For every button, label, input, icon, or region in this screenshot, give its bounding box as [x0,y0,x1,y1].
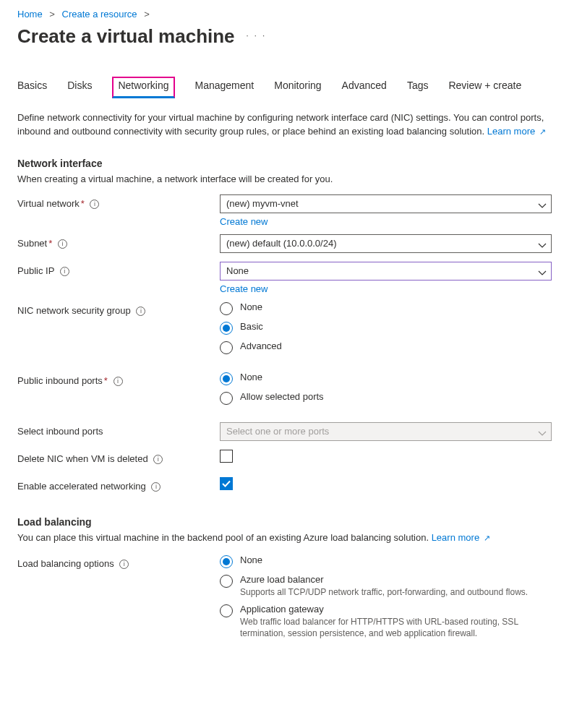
select-virtual-network[interactable]: (new) myvm-vnet [220,194,552,213]
tab-basics[interactable]: Basics [17,77,47,97]
info-icon[interactable]: i [136,307,145,316]
section-network-interface: Network interface [17,158,552,169]
select-inbound-ports: Select one or more ports [220,422,552,441]
learn-more-lb-link[interactable]: Learn more ↗ [432,532,490,543]
select-subnet[interactable]: (new) default (10.0.0.0/24) [220,234,552,253]
tabs: Basics Disks Networking Management Monit… [17,77,552,97]
tab-management[interactable]: Management [195,77,254,97]
tab-networking[interactable]: Networking [112,77,174,98]
info-icon[interactable]: i [60,267,69,276]
radio-lb-none[interactable]: None [220,554,552,568]
info-icon[interactable]: i [151,482,161,492]
intro-text: Define network connectivity for your vir… [17,111,552,139]
label-nsg: NIC network security group i [17,301,220,316]
section-load-balancing: Load balancing [17,516,552,528]
tab-disks[interactable]: Disks [67,77,92,97]
radio-nsg-advanced[interactable]: Advanced [220,341,552,354]
load-balancing-desc: You can place this virtual machine in th… [17,532,552,543]
chevron-down-icon [538,427,547,444]
tab-review[interactable]: Review + create [448,77,521,97]
chevron-down-icon [538,266,547,283]
external-link-icon: ↗ [539,127,546,136]
tab-advanced[interactable]: Advanced [342,77,387,97]
breadcrumb-sep: > [49,9,55,20]
breadcrumb: Home > Create a resource > [17,0,552,20]
chevron-down-icon [538,239,547,256]
label-subnet: Subnet* i [17,234,220,249]
chevron-down-icon [538,199,547,216]
network-interface-desc: When creating a virtual machine, a netwo… [17,174,552,184]
intro-body: Define network connectivity for your vir… [17,112,544,137]
checkbox-delete-nic[interactable] [220,450,233,463]
radio-inbound-allow[interactable]: Allow selected ports [220,391,552,405]
breadcrumb-create-resource[interactable]: Create a resource [62,9,137,20]
external-link-icon: ↗ [484,534,490,542]
info-icon[interactable]: i [90,200,99,209]
label-select-inbound-ports: Select inbound ports [17,422,220,437]
label-public-inbound-ports: Public inbound ports* i [17,372,220,386]
label-accelerated-networking: Enable accelerated networking i [17,477,220,492]
info-icon[interactable]: i [114,377,123,386]
radio-nsg-none[interactable]: None [220,301,552,315]
label-lb-options: Load balancing options i [17,554,220,569]
page-title: Create a virtual machine [17,25,235,48]
breadcrumb-sep: > [144,9,150,20]
checkbox-accelerated-networking[interactable] [220,477,233,490]
radio-lb-appgw[interactable]: Application gatewayWeb traffic load bala… [220,604,552,639]
breadcrumb-home[interactable]: Home [17,9,43,20]
label-virtual-network: Virtual network* i [17,194,220,209]
label-delete-nic: Delete NIC when VM is deleted i [17,450,220,464]
tab-monitoring[interactable]: Monitoring [274,77,321,97]
info-icon[interactable]: i [119,560,129,569]
label-public-ip: Public IP i [17,262,220,276]
info-icon[interactable]: i [153,455,163,464]
more-actions-icon[interactable]: · · · [246,30,266,40]
radio-inbound-none[interactable]: None [220,372,552,385]
radio-lb-azure[interactable]: Azure load balancerSupports all TCP/UDP … [220,574,552,598]
tab-tags[interactable]: Tags [407,77,429,97]
radio-nsg-basic[interactable]: Basic [220,321,552,335]
learn-more-link[interactable]: Learn more ↗ [487,126,546,137]
create-new-public-ip-link[interactable]: Create new [220,283,268,294]
create-new-vnet-link[interactable]: Create new [220,216,268,227]
select-public-ip[interactable]: None [220,262,552,281]
info-icon[interactable]: i [58,239,67,249]
